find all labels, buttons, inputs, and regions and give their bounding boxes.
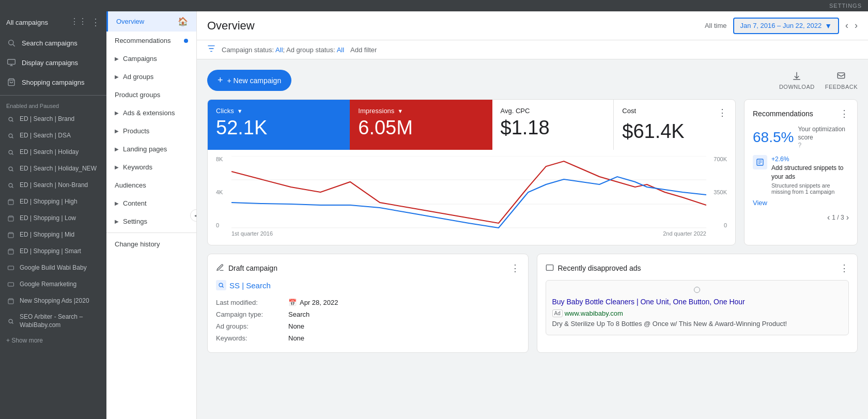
collapse-chevron-icon: ◀ [194,212,197,219]
sidebar-campaign-google-build-wabi[interactable]: Google Build Wabi Baby [0,260,106,276]
dis-ad-description: Dry & Sterilize Up To 8 Bottles @ Once w… [552,319,843,329]
ed-shopping-smart-label: ED | Shopping | Smart [20,247,100,256]
draft-more-icon[interactable]: ⋮ [510,262,520,274]
new-shopping-2020-label: New Shopping Ads |2020 [20,297,100,305]
clicks-metric[interactable]: Clicks ▼ 52.1K [208,100,350,150]
sidebar-campaign-ed-shopping-smart[interactable]: ED | Shopping | Smart [0,243,106,260]
ed-shopping-low-icon [6,214,16,223]
sidebar-campaign-ed-shopping-high[interactable]: ED | Shopping | High [0,194,106,210]
show-more-btn[interactable]: + Show more [0,333,106,348]
cost-more-icon[interactable]: ⋮ [718,107,727,118]
reco-item-icon [753,155,767,169]
add-filter-button[interactable]: Add filter [350,46,377,54]
sidebar-campaign-seo-arbiter[interactable]: SEO Arbiter - Search – WabiBaby.com [0,309,106,333]
enabled-paused-label: Enabled and Paused [0,99,106,111]
sidebar-campaign-ed-search-brand[interactable]: ED | Search | Brand [0,111,106,128]
reco-prev-icon[interactable]: ‹ [827,213,830,222]
ed-search-brand-label: ED | Search | Brand [20,115,100,123]
sec-nav-settings[interactable]: ▶ Settings [106,212,196,230]
dis-more-icon[interactable]: ⋮ [840,262,849,274]
sec-nav-ads-extensions[interactable]: ▶ Ads & extensions [106,104,196,122]
prev-period-icon[interactable]: ‹ [845,20,848,31]
sidebar-campaign-ed-search-holiday[interactable]: ED | Search | Holiday [0,144,106,161]
dis-card-title-text: Recently disapproved ads [558,264,641,272]
apps-icon[interactable]: ⋮⋮ [70,17,87,28]
svg-line-9 [12,137,13,138]
sidebar-item-search-campaigns[interactable]: Search campaigns [0,33,106,53]
cost-metric[interactable]: Cost ⋮ $61.4K [614,100,735,150]
draft-campaign-type-value: Search [288,311,309,318]
ed-search-non-brand-icon [6,181,16,190]
svg-point-32 [219,283,223,287]
dis-ad-title[interactable]: Buy Baby Bottle Cleaners | One Unit, One… [552,297,843,307]
svg-rect-21 [8,283,14,286]
impressions-metric[interactable]: Impressions ▼ 6.05M [350,100,492,150]
download-button[interactable]: DOWNLOAD [779,71,815,90]
sec-nav-ad-groups-arrow: ▶ [115,74,119,80]
sidebar-campaign-ed-search-non-brand[interactable]: ED | Search | Non-Brand [0,177,106,194]
sidebar-campaign-ed-shopping-low[interactable]: ED | Shopping | Low [0,210,106,227]
sidebar-campaign-new-shopping-2020[interactable]: New Shopping Ads |2020 [0,293,106,309]
dis-card-title: Recently disapproved ads [546,263,641,273]
draft-keywords-row: Keywords: None [216,332,520,344]
sec-nav-audiences[interactable]: Audiences [106,176,196,194]
more-options-icon[interactable]: ⋮ [91,17,100,28]
reco-page-indicator: 1 / 3 [832,214,844,221]
sidebar-campaign-ed-shopping-mid[interactable]: ED | Shopping | Mid [0,227,106,243]
filter-text: Campaign status: All; Ad group status: A… [222,46,344,54]
feedback-button[interactable]: FEEDBACK [825,71,858,90]
clicks-label: Clicks [216,107,234,115]
sidebar-campaign-ed-search-dsa[interactable]: ED | Search | DSA [0,128,106,144]
y-right-min: 0 [706,222,727,228]
reco-description: Structured snippets are missing from 1 c… [771,182,849,195]
ed-search-brand-icon [6,115,16,124]
sidebar-item-display-campaigns[interactable]: Display campaigns [0,53,106,72]
sec-nav-keywords[interactable]: ▶ Keywords [106,158,196,176]
sidebar-campaign-google-remarketing[interactable]: Google Remarketing [0,276,106,293]
avg-cpc-metric[interactable]: Avg. CPC $1.18 [492,100,614,150]
sec-nav-audiences-label: Audiences [115,181,146,189]
clicks-line [231,177,706,228]
date-range-chevron-icon: ▼ [825,22,832,30]
ed-search-non-brand-label: ED | Search | Non-Brand [20,181,100,190]
draft-card-title-text: Draft campaign [228,264,277,272]
reco-more-icon[interactable]: ⋮ [840,108,849,119]
sec-nav-recommendations[interactable]: Recommendations [106,32,196,50]
page-title: Overview [207,19,255,33]
ed-search-holiday-icon [6,148,16,157]
sec-nav-landing-pages[interactable]: ▶ Landing pages [106,140,196,158]
sec-nav-campaigns-arrow: ▶ [115,56,119,61]
last-modified-date: Apr 28, 2022 [300,299,338,306]
sidebar-campaign-ed-search-holiday-new[interactable]: ED | Search | Holiday_NEW [0,161,106,177]
ed-shopping-high-icon [6,197,16,207]
svg-point-0 [9,40,13,45]
ad-group-status-link[interactable]: All [337,46,344,54]
svg-line-15 [12,187,13,188]
sec-nav-change-history[interactable]: Change history [106,235,196,253]
view-link[interactable]: View [753,199,849,207]
new-campaign-button[interactable]: + + New campaign [207,70,291,91]
sec-nav-ad-groups[interactable]: ▶ Ad groups [106,68,196,86]
sec-nav-product-groups[interactable]: Product groups [106,86,196,104]
draft-campaign-name: SS | Search [216,280,520,290]
sec-nav-campaigns[interactable]: ▶ Campaigns [106,50,196,68]
y-right-max: 700K [706,156,727,162]
sec-nav-overview[interactable]: Overview 🏠 [106,11,196,32]
svg-line-1 [13,44,15,46]
sec-nav-content[interactable]: ▶ Content [106,194,196,212]
campaign-status-link[interactable]: All [275,46,283,54]
next-period-icon[interactable]: › [855,20,858,31]
reco-next-icon[interactable]: › [846,213,849,222]
impressions-label: Impressions [358,107,394,115]
feedback-icon [836,71,846,82]
primary-sidebar: All campaigns ⋮⋮ ⋮ Search campaigns Disp… [0,11,106,419]
sec-nav-products[interactable]: ▶ Products [106,122,196,140]
sec-nav-ad-groups-label: Ad groups [123,73,153,81]
date-range-value: Jan 7, 2016 – Jun 22, 2022 [740,22,822,29]
secondary-sidebar: Overview 🏠 Recommendations ▶ Campaigns ▶… [106,11,197,419]
disapproved-ads-card: Recently disapproved ads ⋮ Buy Baby Bott… [537,254,858,353]
sidebar-item-shopping-campaigns[interactable]: Shopping campaigns [0,72,106,92]
cost-value: $61.4K [622,120,727,143]
date-range-button[interactable]: Jan 7, 2016 – Jun 22, 2022 ▼ [733,18,839,34]
draft-ad-groups-value: None [288,322,304,330]
